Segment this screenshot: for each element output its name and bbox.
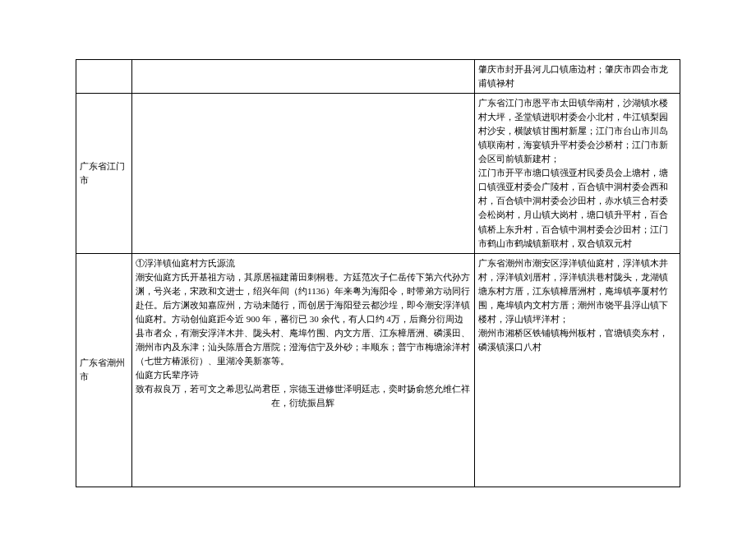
desc-para-3: 仙庭方氏辈序诗	[136, 368, 471, 382]
table-row: 广东省潮州市 ①浮洋镇仙庭村方氏源流 潮安仙庭方氏开基祖方动，其原居福建莆田刺桐…	[76, 253, 680, 487]
document-table: 肇庆市封开县河儿口镇庙边村；肇庆市四会市龙甫镇禄村 广东省江门市 广东省江门市恩…	[76, 59, 680, 487]
table-row: 广东省江门市 广东省江门市恩平市太田镇华南村，沙湖镇水楼村大坪，圣堂镇进职村委会…	[76, 94, 680, 254]
cell-villages: 广东省江门市恩平市太田镇华南村，沙湖镇水楼村大坪，圣堂镇进职村委会小北村，牛江镇…	[474, 94, 680, 254]
cell-desc: ①浮洋镇仙庭村方氏源流 潮安仙庭方氏开基祖方动，其原居福建莆田刺桐巷。方廷范次子…	[132, 253, 475, 487]
cell-desc	[132, 94, 475, 254]
table-row: 肇庆市封开县河儿口镇庙边村；肇庆市四会市龙甫镇禄村	[76, 60, 680, 94]
cell-region: 广东省潮州市	[76, 253, 132, 487]
desc-para-1: ①浮洋镇仙庭村方氏源流	[136, 256, 471, 270]
cell-region	[76, 60, 132, 94]
cell-villages: 广东省潮州市潮安区浮洋镇仙庭村，浮洋镇木井村，浮洋镇刘厝村，浮洋镇洪巷村陇头，龙…	[474, 253, 680, 487]
desc-para-2: 潮安仙庭方氏开基祖方动，其原居福建莆田刺桐巷。方廷范次子仁岳传下第六代孙方渊，号…	[136, 270, 471, 368]
desc-para-4: 致有叔良万，若可文之希思弘尚君臣，宗德玉进修世泽明廷志，奕时扬俞悠允维仁祥在，衍…	[136, 382, 471, 410]
cell-desc	[132, 60, 475, 94]
cell-region: 广东省江门市	[76, 94, 132, 254]
cell-villages: 肇庆市封开县河儿口镇庙边村；肇庆市四会市龙甫镇禄村	[474, 60, 680, 94]
